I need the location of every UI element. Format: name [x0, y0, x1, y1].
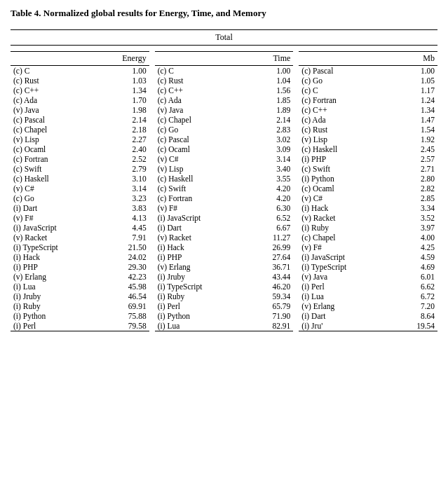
table-row: (c) Go3.23 [11, 193, 149, 203]
val-cell: 6.01 [396, 272, 437, 282]
lang-cell: (c) Pascal [11, 115, 107, 125]
table-row: (v) C#3.14 [155, 154, 294, 164]
lang-cell: (c) Haskell [155, 174, 252, 184]
table-row: (c) Fortran4.20 [155, 193, 294, 203]
table-row: (v) C#2.85 [299, 193, 437, 203]
lang-cell: (i) Hack [11, 252, 107, 262]
table-row: (i) Ruby59.34 [155, 291, 294, 301]
lang-cell: (c) Ada [155, 95, 252, 105]
table-row: (i) Lua6.72 [299, 291, 437, 301]
val-cell: 6.30 [252, 203, 293, 213]
table-row: (i) JavaScript4.59 [299, 252, 437, 262]
table-row: (i) Dart8.64 [299, 311, 437, 321]
val-cell: 1.92 [396, 135, 437, 144]
lang-cell: (c) Swift [155, 184, 252, 193]
table-row: (c) Haskell2.45 [299, 144, 437, 154]
table-row: (v) F#4.13 [11, 213, 149, 223]
page-title: Table 4. Normalized global results for E… [11, 7, 437, 20]
lang-cell: (i) PHP [155, 252, 252, 262]
lang-cell: (v) Java [155, 105, 252, 115]
val-cell: 43.44 [252, 272, 293, 282]
time-table: Time (c) C1.00(c) Rust1.04(c) C++1.56(c)… [155, 51, 294, 331]
val-cell: 2.18 [107, 125, 149, 135]
val-cell: 79.58 [107, 321, 149, 331]
lang-cell: (i) Perl [11, 321, 107, 331]
val-cell: 45.98 [107, 282, 149, 291]
lang-cell: (i) Ruby [299, 223, 395, 233]
table-row: (c) Swift2.71 [299, 164, 437, 174]
lang-cell: (c) Rust [299, 125, 395, 135]
energy-header: Energy [107, 52, 149, 66]
val-cell: 4.20 [252, 184, 293, 193]
lang-cell: (v) Racket [299, 213, 395, 223]
val-cell: 36.71 [252, 262, 293, 272]
lang-cell: (c) Rust [11, 76, 107, 85]
memory-table: Mb (c) Pascal1.00(c) Go1.05(c) C1.17(c) … [299, 51, 437, 331]
table-row: (i) Ruby69.91 [11, 301, 149, 311]
val-cell: 46.54 [107, 291, 149, 301]
time-header: Time [252, 52, 293, 66]
table-row: (c) C++1.34 [299, 105, 437, 115]
val-cell: 27.64 [252, 252, 293, 262]
table-row: (i) Python2.80 [299, 174, 437, 184]
table-row: (c) Rust1.54 [299, 125, 437, 135]
lang-cell: (i) Ruby [155, 291, 252, 301]
val-cell: 2.71 [396, 164, 437, 174]
val-cell: 1.00 [396, 66, 437, 76]
lang-cell: (i) JavaScript [299, 252, 395, 262]
val-cell: 4.25 [396, 242, 437, 252]
lang-cell: (v) Erlang [155, 262, 252, 272]
table-row: (v) Lisp1.92 [299, 135, 437, 144]
val-cell: 2.57 [396, 154, 437, 164]
lang-cell: (c) Fortran [11, 154, 107, 164]
lang-cell: (i) TypeScript [155, 282, 252, 291]
val-cell: 4.45 [107, 223, 149, 233]
table-row: (c) Chapel2.14 [155, 115, 294, 125]
val-cell: 71.90 [252, 311, 293, 321]
val-cell: 1.00 [107, 66, 149, 76]
lang-cell: (i) Jruby [11, 291, 107, 301]
lang-cell: (v) Racket [155, 233, 252, 242]
val-cell: 75.88 [107, 311, 149, 321]
table-row: (i) Perl79.58 [11, 321, 149, 331]
lang-cell: (c) Rust [155, 76, 252, 85]
val-cell: 7.91 [107, 233, 149, 242]
table-row: (v) Lisp3.40 [155, 164, 294, 174]
table-row: (i) Lua82.91 [155, 321, 294, 331]
lang-cell: (v) Lisp [11, 135, 107, 144]
val-cell: 1.56 [252, 85, 293, 95]
lang-cell: (v) C# [299, 193, 395, 203]
val-cell: 8.64 [396, 311, 437, 321]
val-cell: 2.83 [252, 125, 293, 135]
table-row: (i) TypeScript21.50 [11, 242, 149, 252]
val-cell: 2.14 [107, 115, 149, 125]
table-row: (i) Hack26.99 [155, 242, 294, 252]
table-row: (v) Racket11.27 [155, 233, 294, 242]
table-row: (c) C1.00 [155, 66, 294, 76]
energy-table: Energy (c) C1.00(c) Rust1.03(c) C++1.34(… [11, 51, 149, 331]
table-row: (i) Ruby3.97 [299, 223, 437, 233]
table-row: (v) Java6.01 [299, 272, 437, 282]
val-cell: 4.59 [396, 252, 437, 262]
val-cell: 3.55 [252, 174, 293, 184]
table-row: (v) Lisp2.27 [11, 135, 149, 144]
val-cell: 1.04 [252, 76, 293, 85]
table-row: (c) Haskell3.10 [11, 174, 149, 184]
table-row: (c) Ocaml3.09 [155, 144, 294, 154]
lang-cell: (c) Swift [11, 164, 107, 174]
table-row: (c) Chapel4.00 [299, 233, 437, 242]
table-row: (c) Pascal3.02 [155, 135, 294, 144]
lang-cell: (c) C++ [299, 105, 395, 115]
lang-cell: (v) Erlang [11, 272, 107, 282]
val-cell: 1.00 [252, 66, 293, 76]
lang-cell: (c) Fortran [299, 95, 395, 105]
title-rest: Normalized global results for Energy, Ti… [41, 8, 266, 18]
lang-cell: (v) F# [155, 203, 252, 213]
table-row: (c) Ada1.85 [155, 95, 294, 105]
val-cell: 6.67 [252, 223, 293, 233]
val-cell: 1.85 [252, 95, 293, 105]
table-row: (i) Python71.90 [155, 311, 294, 321]
table-row: (v) Erlang7.20 [299, 301, 437, 311]
val-cell: 2.27 [107, 135, 149, 144]
total-label: Total [11, 29, 437, 46]
